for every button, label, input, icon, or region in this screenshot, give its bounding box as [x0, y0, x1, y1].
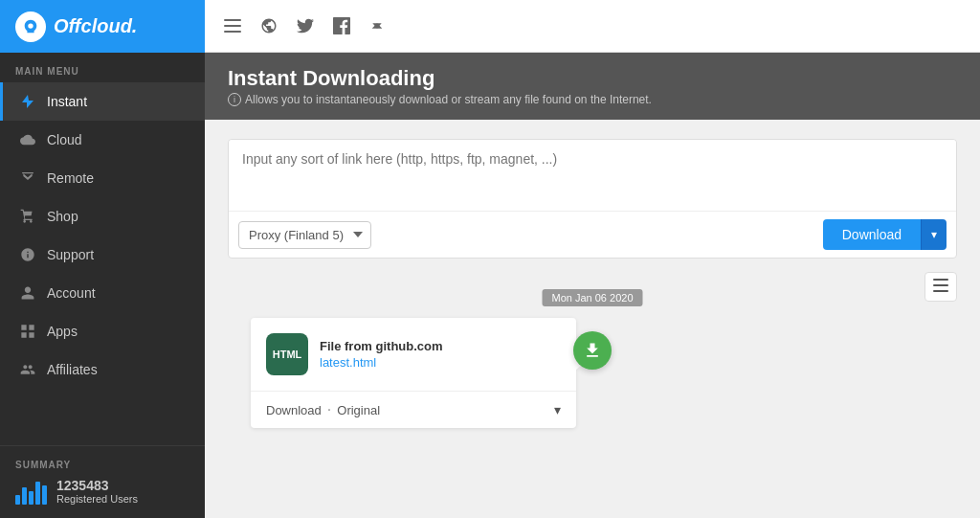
page-subtitle-text: Allows you to instantaneously download o… — [245, 93, 652, 106]
sidebar-item-cloud[interactable]: Cloud — [0, 121, 205, 159]
download-button[interactable]: Download — [823, 219, 921, 250]
facebook-icon[interactable] — [333, 17, 350, 34]
sidebar-item-account-label: Account — [47, 285, 96, 301]
remote-icon — [18, 169, 37, 188]
affiliates-icon — [18, 360, 37, 379]
input-area: Proxy (Finland 5) Proxy (Finland 1) Prox… — [228, 139, 957, 259]
card-top: HTML File from github.com latest.html — [251, 318, 576, 391]
more-icon[interactable] — [369, 18, 385, 34]
content-area: Proxy (Finland 5) Proxy (Finland 1) Prox… — [205, 120, 980, 518]
card-source-prefix: File from — [320, 339, 376, 353]
sidebar-item-support-label: Support — [47, 247, 94, 262]
bar-chart — [15, 478, 47, 505]
globe-icon[interactable] — [260, 17, 278, 34]
top-nav — [205, 0, 980, 53]
shop-icon — [18, 207, 37, 226]
summary-sub: Registered Users — [56, 493, 138, 505]
cloud-icon — [18, 130, 37, 149]
sidebar-summary: SUMMARY 1235483 Registered Users — [0, 445, 205, 518]
svg-rect-3 — [224, 25, 241, 27]
sidebar-item-cloud-label: Cloud — [47, 132, 82, 147]
proxy-select[interactable]: Proxy (Finland 5) Proxy (Finland 1) Prox… — [238, 221, 371, 249]
list-view-button[interactable] — [924, 272, 957, 302]
card-action-separator: · — [327, 401, 331, 418]
summary-number: 1235483 — [56, 478, 138, 493]
card-source: File from github.com — [320, 339, 561, 353]
page-header: Instant Downloading i Allows you to inst… — [205, 53, 980, 120]
card-info: File from github.com latest.html — [320, 339, 561, 371]
support-icon — [18, 245, 37, 264]
sidebar-item-remote-label: Remote — [47, 170, 94, 186]
card-action-type: Original — [337, 403, 380, 417]
sidebar-item-support[interactable]: Support — [0, 236, 205, 274]
apps-icon — [18, 322, 37, 341]
svg-point-0 — [28, 23, 33, 28]
card-source-domain: github.com — [376, 339, 443, 353]
bar-2 — [22, 487, 27, 505]
menu-icon[interactable] — [224, 19, 241, 33]
download-bubble[interactable] — [573, 331, 612, 370]
sidebar-item-shop[interactable]: Shop — [0, 197, 205, 236]
svg-rect-4 — [224, 31, 241, 33]
page-title: Instant Downloading — [228, 66, 957, 91]
main-area: Instant Downloading i Allows you to inst… — [205, 0, 980, 518]
input-controls: Proxy (Finland 5) Proxy (Finland 1) Prox… — [229, 211, 956, 258]
card-bottom: Download · Original ▾ — [251, 391, 576, 428]
download-card: HTML File from github.com latest.html Do… — [251, 318, 576, 428]
card-chevron-icon[interactable]: ▾ — [554, 402, 561, 417]
card-action-download: Download — [266, 403, 322, 417]
sidebar-item-apps-label: Apps — [47, 324, 78, 339]
sidebar-item-account[interactable]: Account — [0, 274, 205, 312]
date-label-1: Mon Jan 06 2020 — [542, 289, 642, 306]
download-dropdown-button[interactable]: ▾ — [921, 219, 947, 250]
summary-label: SUMMARY — [15, 460, 189, 470]
sidebar-item-shop-label: Shop — [47, 209, 78, 224]
svg-rect-1 — [22, 172, 33, 173]
logo[interactable]: Offcloud. — [0, 0, 205, 53]
sidebar-item-affiliates-label: Affiliates — [47, 362, 98, 377]
svg-rect-5 — [933, 279, 948, 281]
instant-icon — [18, 92, 37, 111]
sidebar-item-instant[interactable]: Instant — [0, 82, 205, 121]
card-actions: Download · Original — [266, 401, 380, 418]
summary-text-block: 1235483 Registered Users — [56, 478, 138, 505]
twitter-icon[interactable] — [297, 17, 314, 34]
card-filename[interactable]: latest.html — [320, 355, 376, 370]
bar-1 — [15, 495, 20, 505]
file-type-icon: HTML — [266, 333, 308, 375]
svg-rect-7 — [933, 290, 948, 292]
info-icon: i — [228, 93, 241, 106]
summary-content: 1235483 Registered Users — [15, 478, 189, 505]
logo-icon — [15, 11, 46, 42]
svg-rect-2 — [224, 19, 241, 21]
page-subtitle: i Allows you to instantaneously download… — [228, 93, 957, 106]
logo-text: Offcloud. — [54, 15, 137, 37]
main-menu-label: MAIN MENU — [0, 53, 205, 82]
sidebar-item-remote[interactable]: Remote — [0, 159, 205, 197]
download-btn-group: Download ▾ — [823, 219, 947, 250]
sidebar-item-apps[interactable]: Apps — [0, 312, 205, 350]
account-icon — [18, 283, 37, 303]
bar-3 — [29, 491, 33, 505]
link-input[interactable] — [229, 140, 956, 207]
bar-4 — [35, 482, 40, 505]
svg-rect-6 — [933, 284, 948, 286]
sidebar-item-instant-label: Instant — [47, 94, 87, 109]
sidebar: Offcloud. MAIN MENU Instant Cloud Remote — [0, 0, 205, 518]
bar-5 — [42, 485, 47, 505]
sidebar-item-affiliates[interactable]: Affiliates — [0, 350, 205, 389]
